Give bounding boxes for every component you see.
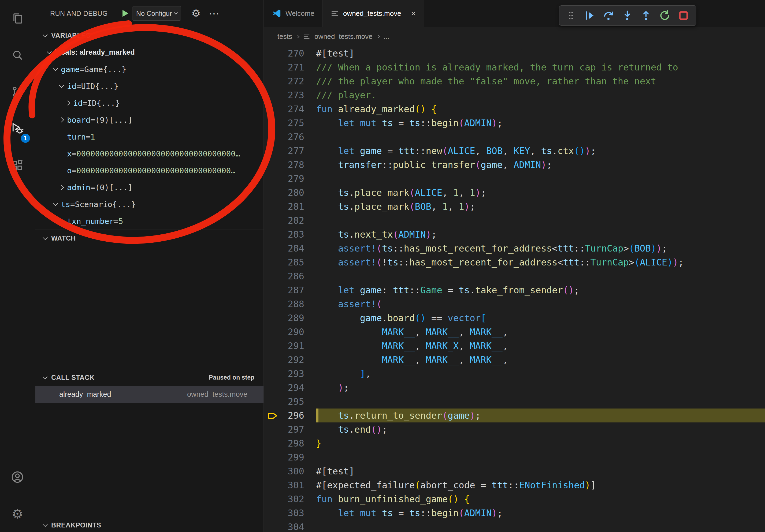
variable-row[interactable]: txn_number = 5 — [35, 213, 264, 230]
code-line[interactable]: 293 ], — [264, 367, 765, 381]
line-number[interactable]: 281 — [264, 199, 304, 213]
line-number[interactable]: 286 — [264, 269, 304, 283]
code-line[interactable]: 274fun already_marked() { — [264, 102, 765, 116]
breakpoints-section-header[interactable]: BREAKPOINTS — [35, 518, 264, 532]
variable-row[interactable]: locals: already_marked — [35, 44, 264, 61]
drag-handle-icon[interactable] — [561, 6, 580, 25]
variable-row[interactable]: id = ID{...} — [35, 95, 264, 112]
line-number[interactable]: 294 — [264, 381, 304, 395]
step-out-button[interactable] — [637, 6, 655, 25]
code-line[interactable]: 285 assert!(!ts::has_most_recent_for_add… — [264, 255, 765, 269]
code-line[interactable]: 297 ts.end(); — [264, 422, 765, 436]
code-line[interactable]: 283 ts.next_tx(ADMIN); — [264, 227, 765, 241]
code-line[interactable]: 270#[test] — [264, 46, 765, 60]
breadcrumb-folder[interactable]: tests — [278, 32, 292, 41]
line-number[interactable]: 291 — [264, 339, 304, 353]
code-line[interactable]: 289 game.board() == vector[ — [264, 311, 765, 325]
line-number[interactable]: 290 — [264, 325, 304, 339]
chevron-right-icon[interactable] — [65, 101, 70, 105]
tab-owned-tests-move[interactable]: owned_tests.move × — [323, 0, 424, 27]
breadcrumb-file[interactable]: owned_tests.move — [315, 32, 373, 41]
code-line[interactable]: 299 — [264, 450, 765, 464]
line-number[interactable]: 276 — [264, 130, 304, 144]
variable-row[interactable]: o = 000000000000000000000000000000000… — [35, 162, 264, 179]
run-and-debug-icon[interactable]: 1 — [0, 110, 35, 147]
line-number[interactable]: 274 — [264, 102, 304, 116]
code-line[interactable]: 280 ts.place_mark(ALICE, 1, 1); — [264, 186, 765, 199]
code-line[interactable]: 277 let game = ttt::new(ALICE, BOB, KEY,… — [264, 144, 765, 158]
line-number[interactable]: 288 — [264, 297, 304, 311]
search-icon[interactable] — [0, 37, 35, 73]
line-number[interactable]: 301 — [264, 478, 304, 492]
line-number[interactable]: 289 — [264, 311, 304, 325]
chevron-down-icon[interactable] — [47, 49, 51, 54]
chevron-down-icon[interactable] — [53, 201, 58, 206]
variable-row[interactable]: id = UID{...} — [35, 78, 264, 95]
start-debugging-icon[interactable] — [123, 10, 128, 17]
line-number[interactable]: 273 — [264, 88, 304, 102]
code-line[interactable]: 302fun burn_unfinished_game() { — [264, 492, 765, 506]
code-line[interactable]: 275 let mut ts = ts::begin(ADMIN); — [264, 116, 765, 130]
step-over-button[interactable] — [599, 6, 618, 25]
variable-row[interactable]: x = 0000000000000000000000000000000000… — [35, 145, 264, 162]
breadcrumb-more[interactable]: ... — [383, 32, 389, 41]
line-number[interactable]: 287 — [264, 283, 304, 297]
line-number[interactable]: 271 — [264, 60, 304, 74]
code-line[interactable]: 279 — [264, 172, 765, 186]
line-number[interactable]: 293 — [264, 367, 304, 381]
call-stack-section-header[interactable]: CALL STACK Paused on step — [35, 369, 264, 386]
line-number[interactable]: 300 — [264, 464, 304, 478]
continue-button[interactable] — [580, 6, 599, 25]
code-line[interactable]: 288 assert!( — [264, 297, 765, 311]
source-control-icon[interactable] — [0, 73, 35, 110]
code-line[interactable]: 291 MARK__, MARK_X, MARK__, — [264, 339, 765, 353]
gear-icon[interactable]: ⚙ — [191, 8, 201, 19]
line-number[interactable]: 295 — [264, 395, 304, 408]
stop-button[interactable] — [674, 6, 693, 25]
line-number[interactable]: 285 — [264, 255, 304, 269]
line-number[interactable]: 280 — [264, 186, 304, 199]
variable-row[interactable]: ts = Scenario{...} — [35, 196, 264, 213]
line-number[interactable]: 304 — [264, 520, 304, 532]
tab-welcome[interactable]: Welcome — [264, 0, 323, 27]
more-actions-icon[interactable]: ⋯ — [209, 11, 219, 16]
code-line[interactable]: 281 ts.place_mark(BOB, 1, 1); — [264, 199, 765, 213]
debug-config-dropdown[interactable]: No Configur — [132, 6, 181, 21]
variable-row[interactable]: turn = 1 — [35, 128, 264, 145]
line-number[interactable]: 279 — [264, 172, 304, 186]
code-line[interactable]: 292 MARK__, MARK__, MARK__, — [264, 353, 765, 367]
line-number[interactable]: 292 — [264, 353, 304, 367]
code-line[interactable]: 282 — [264, 213, 765, 227]
line-number[interactable]: 298 — [264, 436, 304, 450]
variable-row[interactable]: board = (9)[...] — [35, 112, 264, 128]
variable-row[interactable]: game = Game{...} — [35, 61, 264, 78]
code-line[interactable]: 286 — [264, 269, 765, 283]
chevron-down-icon[interactable] — [59, 83, 64, 88]
code-line[interactable]: 271/// When a position is already marked… — [264, 60, 765, 74]
line-number[interactable]: 282 — [264, 213, 304, 227]
variable-row[interactable]: admin = (0)[...] — [35, 179, 264, 196]
line-number[interactable]: 275 — [264, 116, 304, 130]
explorer-icon[interactable] — [0, 0, 35, 37]
code-line[interactable]: 278 transfer::public_transfer(game, ADMI… — [264, 158, 765, 172]
line-number[interactable]: 297 — [264, 422, 304, 436]
chevron-right-icon[interactable] — [59, 117, 64, 122]
code-line[interactable]: 272/// the player who made the "false" m… — [264, 74, 765, 88]
code-line[interactable]: 294 ); — [264, 381, 765, 395]
code-line[interactable]: 295 — [264, 395, 765, 408]
line-number[interactable]: 299 — [264, 450, 304, 464]
code-line[interactable]: 290 MARK__, MARK__, MARK__, — [264, 325, 765, 339]
code-line[interactable]: 303 let mut ts = ts::begin(ADMIN); — [264, 506, 765, 520]
account-icon[interactable] — [0, 459, 35, 495]
line-number[interactable]: 278 — [264, 158, 304, 172]
code-line[interactable]: 287 let game: ttt::Game = ts.take_from_s… — [264, 283, 765, 297]
step-into-button[interactable] — [618, 6, 637, 25]
call-stack-frame[interactable]: already_marked owned_tests.move — [35, 386, 264, 403]
restart-button[interactable] — [655, 6, 674, 25]
code-editor[interactable]: 270#[test]271/// When a position is alre… — [264, 46, 765, 532]
close-icon[interactable]: × — [411, 9, 416, 18]
line-number[interactable]: 303 — [264, 506, 304, 520]
code-line[interactable]: 301#[expected_failure(abort_code = ttt::… — [264, 478, 765, 492]
chevron-down-icon[interactable] — [53, 66, 58, 71]
line-number[interactable]: 270 — [264, 46, 304, 60]
